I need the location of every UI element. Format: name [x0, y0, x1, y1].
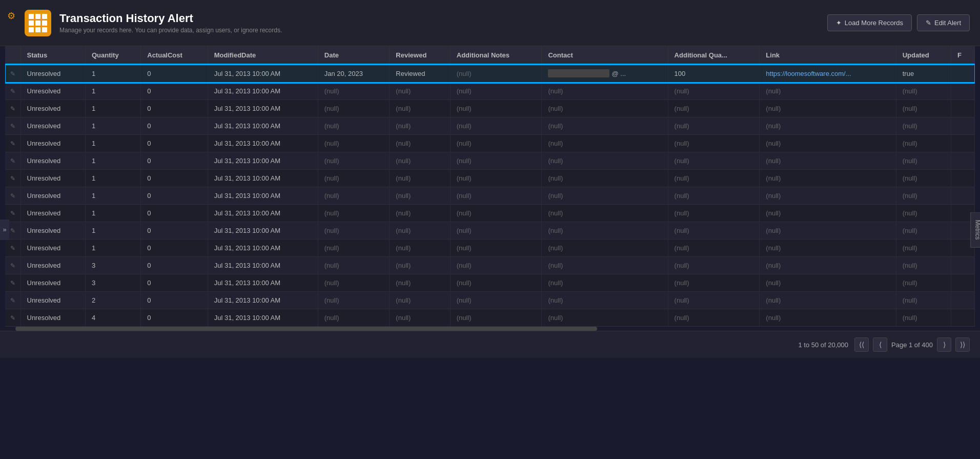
- updated-cell: true: [896, 65, 951, 83]
- link-cell: (null): [760, 187, 896, 205]
- page-subtitle: Manage your records here. You can provid…: [59, 27, 282, 34]
- updated-cell: (null): [896, 274, 951, 292]
- quantity-cell: 3: [85, 257, 140, 274]
- date-cell: (null): [318, 135, 390, 152]
- date-cell: (null): [318, 152, 390, 170]
- edit-row-icon[interactable]: ✎: [10, 105, 15, 112]
- page-title: Transaction History Alert: [59, 12, 282, 25]
- contact-cell: (null): [542, 135, 668, 152]
- edit-row-icon[interactable]: ✎: [10, 210, 15, 217]
- modifieddate-cell: Jul 31, 2013 10:00 AM: [208, 170, 318, 187]
- edit-cell[interactable]: ✎: [5, 257, 21, 274]
- edit-icon: ✎: [926, 19, 931, 27]
- edit-cell[interactable]: ✎: [5, 65, 21, 83]
- modifieddate-cell: Jul 31, 2013 10:00 AM: [208, 100, 318, 117]
- header-title-group: Transaction History Alert Manage your re…: [59, 12, 282, 34]
- col-header-link[interactable]: Link: [760, 46, 896, 65]
- blurred-email: [548, 69, 609, 77]
- next-page-button[interactable]: ⟩: [937, 337, 951, 352]
- edit-alert-button[interactable]: ✎ Edit Alert: [917, 14, 970, 31]
- edit-row-icon[interactable]: ✎: [10, 140, 15, 147]
- edit-row-icon[interactable]: ✎: [10, 262, 15, 269]
- edit-cell[interactable]: ✎: [5, 274, 21, 292]
- link-cell: (null): [760, 205, 896, 222]
- addqua-cell: (null): [668, 222, 760, 240]
- col-header-contact[interactable]: Contact: [542, 46, 668, 65]
- edit-row-icon[interactable]: ✎: [10, 314, 15, 322]
- addnotes-cell: (null): [450, 292, 542, 309]
- edit-row-icon[interactable]: ✎: [10, 157, 15, 165]
- edit-row-icon[interactable]: ✎: [10, 297, 15, 304]
- edit-row-icon[interactable]: ✎: [10, 88, 15, 95]
- col-header-reviewed[interactable]: Reviewed: [390, 46, 450, 65]
- col-header-updated[interactable]: Updated: [896, 46, 951, 65]
- col-header-addnotes[interactable]: Additional Notes: [450, 46, 542, 65]
- edit-row-icon[interactable]: ✎: [10, 192, 15, 199]
- edit-row-icon[interactable]: ✎: [10, 245, 15, 252]
- reviewed-cell: (null): [390, 83, 450, 100]
- edit-cell[interactable]: ✎: [5, 83, 21, 100]
- status-cell: Unresolved: [21, 257, 85, 274]
- col-header-addqua[interactable]: Additional Qua...: [668, 46, 760, 65]
- status-cell: Unresolved: [21, 205, 85, 222]
- link-cell: (null): [760, 83, 896, 100]
- edit-cell[interactable]: ✎: [5, 240, 21, 257]
- edit-cell[interactable]: ✎: [5, 135, 21, 152]
- metrics-tab[interactable]: Metrics: [971, 212, 980, 247]
- edit-row-icon[interactable]: ✎: [10, 175, 15, 182]
- f-cell: [951, 257, 975, 274]
- col-header-status[interactable]: Status: [21, 46, 85, 65]
- quantity-cell: 1: [85, 152, 140, 170]
- edit-row-icon[interactable]: ✎: [10, 280, 15, 287]
- edit-cell[interactable]: ✎: [5, 170, 21, 187]
- reviewed-cell: (null): [390, 257, 450, 274]
- load-more-button[interactable]: ✦ Load More Records: [827, 14, 912, 31]
- addqua-cell: (null): [668, 205, 760, 222]
- sidebar-collapse-arrow[interactable]: »: [0, 219, 9, 240]
- link-cell: (null): [760, 292, 896, 309]
- edit-row-icon[interactable]: ✎: [10, 123, 15, 130]
- status-cell: Unresolved: [21, 152, 85, 170]
- prev-page-button[interactable]: ⟨: [873, 337, 887, 352]
- horizontal-scrollbar[interactable]: [5, 327, 975, 331]
- f-cell: [951, 135, 975, 152]
- addnotes-cell: (null): [450, 100, 542, 117]
- f-cell: [951, 170, 975, 187]
- updated-cell: (null): [896, 309, 951, 327]
- col-header-modifieddate[interactable]: ModifiedDate: [208, 46, 318, 65]
- edit-row-icon[interactable]: ✎: [10, 227, 15, 234]
- col-header-actualcost[interactable]: ActualCost: [141, 46, 208, 65]
- link-cell: (null): [760, 257, 896, 274]
- updated-cell: (null): [896, 205, 951, 222]
- edit-cell[interactable]: ✎: [5, 152, 21, 170]
- date-cell: (null): [318, 274, 390, 292]
- status-cell: Unresolved: [21, 100, 85, 117]
- col-header-f[interactable]: F: [951, 46, 975, 65]
- col-header-quantity[interactable]: Quantity: [85, 46, 140, 65]
- edit-cell[interactable]: ✎: [5, 117, 21, 135]
- actualcost-cell: 0: [141, 100, 208, 117]
- quantity-cell: 1: [85, 65, 140, 83]
- edit-cell[interactable]: ✎: [5, 309, 21, 327]
- edit-row-icon[interactable]: ✎: [10, 70, 15, 77]
- status-cell: Unresolved: [21, 135, 85, 152]
- actualcost-cell: 0: [141, 170, 208, 187]
- table-container: Status Quantity ActualCost ModifiedDate …: [5, 46, 975, 327]
- updated-cell: (null): [896, 170, 951, 187]
- edit-cell[interactable]: ✎: [5, 100, 21, 117]
- edit-cell[interactable]: ✎: [5, 187, 21, 205]
- first-page-button[interactable]: ⟨⟨: [854, 337, 869, 352]
- settings-icon[interactable]: ⚙: [7, 10, 15, 22]
- actualcost-cell: 0: [141, 274, 208, 292]
- addqua-cell: (null): [668, 292, 760, 309]
- scroll-thumb[interactable]: [15, 327, 597, 331]
- actualcost-cell: 0: [141, 187, 208, 205]
- contact-cell: (null): [542, 205, 668, 222]
- status-cell: Unresolved: [21, 222, 85, 240]
- link-cell: (null): [760, 135, 896, 152]
- last-page-button[interactable]: ⟩⟩: [955, 337, 970, 352]
- reviewed-cell: (null): [390, 222, 450, 240]
- edit-cell[interactable]: ✎: [5, 292, 21, 309]
- col-header-date[interactable]: Date: [318, 46, 390, 65]
- reviewed-cell: (null): [390, 274, 450, 292]
